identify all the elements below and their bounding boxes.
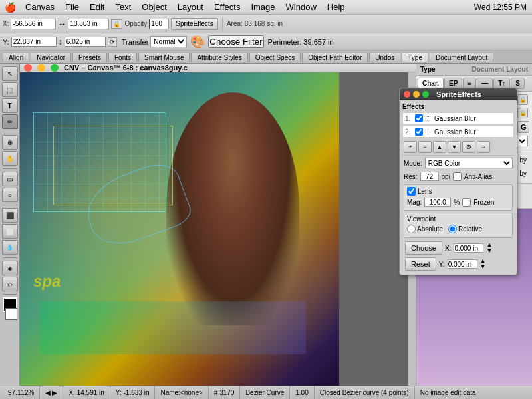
canvas-image: spa: [20, 72, 339, 386]
style-g-btn[interactable]: G: [517, 121, 529, 133]
nav-forward-btn[interactable]: ▶: [52, 389, 57, 396]
win-close-btn[interactable]: [404, 91, 410, 98]
x-spinner[interactable]: ▲▼: [486, 242, 492, 254]
relative-option[interactable]: Relative: [448, 225, 482, 233]
anti-alias-checkbox[interactable]: [453, 172, 462, 181]
arrow-right-icon[interactable]: ↔: [58, 19, 66, 29]
absolute-option[interactable]: Absolute: [407, 225, 443, 233]
tab-object-path-editor[interactable]: Object Path Editor: [302, 53, 368, 62]
tool-eyedropper[interactable]: 💧: [2, 240, 18, 255]
tool-pen[interactable]: ✏: [2, 114, 18, 129]
apple-menu[interactable]: 🍎: [0, 2, 20, 13]
points-status: 1.00: [290, 386, 314, 399]
effect-add-btn[interactable]: +: [404, 141, 417, 153]
choose-button[interactable]: Choose: [405, 241, 442, 255]
x-label: X:: [445, 245, 451, 252]
tool-stroke[interactable]: ⬜: [2, 224, 18, 239]
tool-select[interactable]: ⬚: [2, 82, 18, 97]
effect-remove-btn[interactable]: −: [418, 141, 432, 153]
opacity-input[interactable]: [149, 19, 169, 29]
color-swatch-bg[interactable]: [5, 308, 17, 320]
size-lock-icon[interactable]: 🔒: [517, 108, 528, 118]
effect-export-btn[interactable]: →: [477, 141, 490, 153]
tab-presets[interactable]: Presets: [72, 53, 107, 62]
color-icon[interactable]: 🎨: [190, 35, 205, 49]
rotate-icon[interactable]: ⟳: [108, 37, 117, 47]
y-input[interactable]: [11, 37, 57, 47]
tab-fonts[interactable]: Fonts: [108, 53, 137, 62]
tab-type[interactable]: Type: [402, 53, 428, 62]
tab-smart-mouse[interactable]: Smart Mouse: [138, 53, 190, 62]
mag-input[interactable]: [424, 198, 451, 207]
choose-filter-button[interactable]: Choose Filter: [208, 35, 263, 48]
mag-unit: %: [454, 199, 460, 206]
nav-back-btn[interactable]: ◀: [45, 389, 51, 396]
menu-file[interactable]: File: [60, 1, 84, 13]
effect-checkbox-1[interactable]: [415, 114, 423, 122]
tool-node[interactable]: ◇: [2, 277, 18, 291]
y-spinner[interactable]: ▲▼: [480, 258, 486, 270]
tool-shape[interactable]: ◈: [2, 261, 18, 275]
x-coord-input[interactable]: [454, 243, 483, 253]
lock-icon[interactable]: 🔒: [111, 19, 122, 29]
y-coord-value: Y: -1.633 in: [116, 389, 150, 396]
effect-down-btn[interactable]: ▼: [448, 141, 461, 153]
frozen-checkbox[interactable]: [462, 198, 471, 207]
tab-object-specs[interactable]: Object Specs: [249, 53, 301, 62]
x-input[interactable]: [11, 19, 56, 29]
effect-up-btn[interactable]: ▲: [433, 141, 446, 153]
tool-arrow[interactable]: ↖: [2, 66, 18, 81]
tab-navigator[interactable]: Navigator: [31, 53, 71, 62]
canvas-area[interactable]: spa: [20, 72, 416, 386]
menu-effects[interactable]: Effects: [209, 1, 246, 13]
tab-attribute-styles[interactable]: Attribute Styles: [191, 53, 247, 62]
tool-zoom[interactable]: ⊕: [2, 135, 18, 150]
mode-select[interactable]: RGB Color: [425, 158, 513, 168]
effects-label: Effects: [402, 103, 514, 110]
transfer-select[interactable]: Normal: [150, 36, 187, 47]
canvas-close-btn[interactable]: [24, 64, 32, 72]
lens-checkbox[interactable]: [407, 187, 416, 196]
menu-help[interactable]: Help: [322, 1, 350, 13]
menu-canvas[interactable]: Canvas: [20, 1, 60, 13]
canvas-watermark: spa: [33, 272, 61, 291]
tool-fill[interactable]: ⬛: [2, 208, 18, 223]
tab-undos[interactable]: Undos: [369, 53, 400, 62]
y-coord-input[interactable]: [448, 259, 477, 269]
menu-image[interactable]: Image: [245, 1, 280, 13]
count-status: # 3170: [209, 386, 241, 399]
menu-text[interactable]: Text: [110, 1, 136, 13]
scroll-nav[interactable]: ◀ ▶: [40, 386, 63, 399]
reset-button[interactable]: Reset: [405, 257, 436, 271]
menu-edit[interactable]: Edit: [84, 1, 110, 13]
nav-tabs: Align Navigator Presets Fonts Smart Mous…: [0, 51, 532, 64]
relative-radio[interactable]: [448, 225, 457, 233]
menu-object[interactable]: Object: [136, 1, 172, 13]
arrow-up-icon[interactable]: ↕: [59, 37, 63, 47]
effect-settings-btn[interactable]: ⚙: [462, 141, 475, 153]
baseline-by-label: by: [519, 156, 527, 164]
menu-layout[interactable]: Layout: [172, 1, 209, 13]
tool-text[interactable]: T: [2, 98, 18, 113]
sprite-effects-button[interactable]: SpriteEffects: [171, 18, 218, 30]
sprite-titlebar: SpriteEffects: [400, 88, 517, 100]
choose-row-y: Reset Y: ▲▼: [402, 256, 514, 272]
canvas-max-btn[interactable]: [51, 64, 59, 72]
tool-hand[interactable]: ✋: [2, 151, 18, 166]
canvas-min-btn[interactable]: [37, 64, 45, 72]
zoom-value: 97.112%: [8, 389, 34, 396]
height-input[interactable]: [65, 37, 106, 47]
tab-document-layout[interactable]: Document Layout: [430, 53, 493, 62]
font-lock-icon[interactable]: 🔒: [517, 94, 528, 105]
tab-align[interactable]: Align: [3, 53, 29, 62]
tool-rect[interactable]: ▭: [2, 172, 18, 186]
menu-window[interactable]: Window: [281, 1, 322, 13]
tool-separator3: [3, 205, 17, 205]
tool-ellipse[interactable]: ○: [2, 188, 18, 202]
absolute-radio[interactable]: [407, 225, 416, 233]
win-max-btn[interactable]: [422, 91, 429, 98]
win-min-btn[interactable]: [413, 91, 420, 98]
effect-checkbox-2[interactable]: [415, 128, 423, 136]
res-input[interactable]: [420, 172, 439, 181]
width-input[interactable]: [68, 19, 109, 29]
